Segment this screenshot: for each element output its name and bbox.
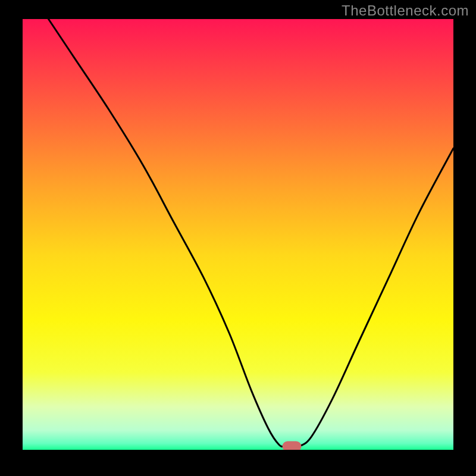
plot-area bbox=[23, 19, 453, 450]
watermark-text: TheBottleneck.com bbox=[342, 2, 469, 19]
chart-container: TheBottleneck.com bbox=[0, 0, 476, 476]
gradient-background bbox=[23, 19, 453, 450]
optimal-point-marker bbox=[283, 441, 302, 450]
